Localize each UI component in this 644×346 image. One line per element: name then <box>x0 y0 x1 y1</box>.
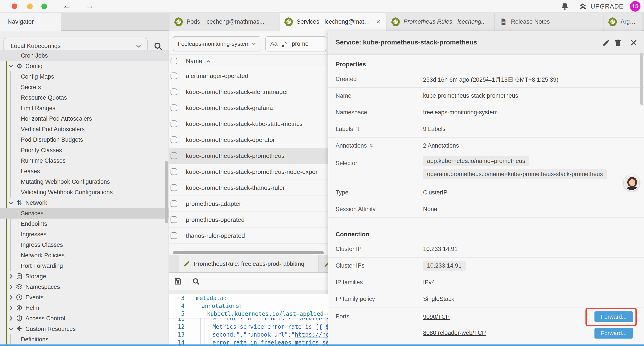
sidebar-scrollbar[interactable] <box>165 161 168 223</box>
close-tab-icon[interactable]: × <box>375 17 382 26</box>
table-row-kube-prometheus-stack-kube-state-metrics[interactable]: kube-prometheus-stack-kube-state-metrics <box>169 116 328 132</box>
tab-services-icecheng-math[interactable]: Services - icecheng@math...× <box>280 13 386 31</box>
upgrade-button[interactable]: UPGRADE <box>578 1 624 11</box>
row-checkbox[interactable] <box>170 136 177 143</box>
notification-count-badge[interactable]: 15 <box>630 1 640 11</box>
notifications-bell-icon[interactable] <box>560 2 570 11</box>
table-row-kube-prometheus-stack-grafana[interactable]: kube-prometheus-stack-grafana <box>169 100 328 116</box>
sidebar-item-mutating-webhook-configurations[interactable]: Mutating Webhook Configurations <box>0 177 168 187</box>
sidebar-item-network[interactable]: ⇅Network <box>0 198 168 208</box>
row-checkbox[interactable] <box>170 200 177 207</box>
chevron-down-icon[interactable] <box>8 326 14 332</box>
select-all-checkbox[interactable] <box>170 58 177 64</box>
table-row-prometheus-operated[interactable]: prometheus-operated <box>169 212 328 228</box>
chevron-right-icon[interactable] <box>8 284 14 290</box>
sidebar-item-storage[interactable]: Storage <box>0 271 168 282</box>
sidebar-search-icon[interactable] <box>154 42 163 51</box>
zoom-window-button[interactable] <box>42 3 47 9</box>
sidebar-item-ingresses[interactable]: Ingresses <box>0 229 168 240</box>
chevron-right-icon[interactable] <box>8 305 14 311</box>
sidebar-item-cron-jobs[interactable]: Cron Jobs <box>0 50 168 61</box>
chevron-right-icon[interactable] <box>8 294 14 301</box>
sidebar-item-vertical-pod-autoscalers[interactable]: Vertical Pod Autoscalers <box>0 124 168 134</box>
sidebar-item-events[interactable]: Events <box>0 292 168 303</box>
forward-button[interactable]: Forward... <box>594 328 633 339</box>
row-checkbox[interactable] <box>170 88 177 95</box>
row-checkbox[interactable] <box>170 184 177 191</box>
table-row-prometheus-adapter[interactable]: prometheus-adapter <box>169 196 328 212</box>
tab-pods-icecheng-mathmas[interactable]: Pods - icecheng@mathmas... <box>170 13 280 31</box>
sidebar-item-config[interactable]: ⚙Config <box>0 61 168 71</box>
close-window-button[interactable] <box>12 3 17 9</box>
kubernetes-icon <box>284 17 293 26</box>
row-checkbox[interactable] <box>170 168 177 175</box>
sort-arrows-icon[interactable]: ⇅ <box>370 143 374 149</box>
table-row-kube-prometheus-stack-prometheus-node-expor[interactable]: kube-prometheus-stack-prometheus-node-ex… <box>169 164 328 180</box>
sidebar-item-secrets[interactable]: Secrets <box>0 82 168 92</box>
horizontal-scrollbar[interactable] <box>173 251 324 254</box>
match-case-toggle[interactable]: Aa <box>270 40 278 47</box>
row-checkbox[interactable] <box>170 232 177 239</box>
table-row-kube-prometheus-stack-alertmanager[interactable]: kube-prometheus-stack-alertmanager <box>169 84 328 100</box>
sort-ascending-icon[interactable] <box>206 59 211 64</box>
sidebar-item-priority-classes[interactable]: Priority Classes <box>0 145 168 155</box>
table-row-thanos-ruler-operated[interactable]: thanos-ruler-operated <box>169 228 328 244</box>
table-row-kube-prometheus-stack-prometheus[interactable]: kube-prometheus-stack-prometheus <box>169 148 328 164</box>
row-checkbox[interactable] <box>170 120 177 127</box>
sidebar-item-custom-resources[interactable]: Custom Resources <box>0 324 168 334</box>
sidebar-item-services[interactable]: Services <box>0 208 168 219</box>
delete-trash-icon[interactable] <box>614 38 622 47</box>
tab-release-notes[interactable]: Release Notes <box>495 13 604 31</box>
port-link[interactable]: 9090/TCP <box>423 314 450 320</box>
chevron-down-icon[interactable] <box>8 200 14 206</box>
sidebar-item-limit-ranges[interactable]: Limit Ranges <box>0 103 168 113</box>
editor-search-icon[interactable] <box>192 278 200 285</box>
tab-argo-se[interactable]: Argo Se <box>604 13 642 31</box>
table-row-kube-prometheus-stack-operator[interactable]: kube-prometheus-stack-operator <box>169 132 328 148</box>
tab-navigator[interactable]: Navigator <box>0 13 62 31</box>
namespace-selector[interactable]: freeleaps-monitoring-system <box>173 36 260 51</box>
forward-button[interactable]: → <box>86 1 94 11</box>
close-panel-icon[interactable] <box>630 38 638 47</box>
sidebar-item-access-control[interactable]: Access Control <box>0 313 168 324</box>
sidebar-item-horizontal-pod-autoscalers[interactable]: Horizontal Pod Autoscalers <box>0 113 168 124</box>
sidebar-item-validating-webhook-configurations[interactable]: Validating Webhook Configurations <box>0 187 168 198</box>
sidebar-item-pod-disruption-budgets[interactable]: Pod Disruption Budgets <box>0 134 168 145</box>
sidebar-item-network-policies[interactable]: Network Policies <box>0 250 168 261</box>
sidebar-item-namespaces[interactable]: Namespaces <box>0 282 168 292</box>
sort-arrows-icon[interactable]: ⇅ <box>356 126 360 132</box>
sidebar-item-resource-quotas[interactable]: Resource Quotas <box>0 92 168 103</box>
chevron-right-icon[interactable] <box>8 273 14 280</box>
save-icon[interactable] <box>174 277 182 286</box>
chevron-right-icon[interactable] <box>8 315 14 322</box>
tab-prometheus-rules-icecheng[interactable]: Prometheus Rules - icecheng... <box>386 13 495 31</box>
edit-pencil-icon[interactable] <box>602 38 610 47</box>
sidebar-item-leases[interactable]: Leases <box>0 166 168 177</box>
minimize-window-button[interactable] <box>27 3 33 9</box>
sidebar-item-ingress-classes[interactable]: Ingress Classes <box>0 240 168 250</box>
port-link[interactable]: 8080:reloader-web/TCP <box>423 330 486 336</box>
filter-input[interactable]: Aa * prome <box>266 36 326 51</box>
tab-label: Services - icecheng@math... <box>296 18 372 25</box>
name-column-header[interactable]: Name <box>186 58 202 65</box>
back-button[interactable]: ← <box>62 1 71 11</box>
regex-toggle[interactable]: * <box>282 40 287 47</box>
table-row-kube-prometheus-stack-thanos-ruler[interactable]: kube-prometheus-stack-thanos-ruler <box>169 180 328 196</box>
row-checkbox[interactable] <box>170 216 177 223</box>
avatar[interactable] <box>624 175 640 191</box>
chevron-down-icon[interactable] <box>8 63 14 69</box>
table-row-alertmanager-operated[interactable]: alertmanager-operated <box>169 68 328 84</box>
row-checkbox[interactable] <box>170 104 177 111</box>
row-checkbox[interactable] <box>170 152 177 159</box>
detail-value-link[interactable]: freeleaps-monitoring-system <box>423 109 498 116</box>
sidebar-item-endpoints[interactable]: Endpoints <box>0 219 168 229</box>
sidebar-item-definitions[interactable]: Definitions <box>0 334 168 345</box>
sidebar-item-runtime-classes[interactable]: Runtime Classes <box>0 155 168 166</box>
sidebar-item-port-forwarding[interactable]: Port Forwarding <box>0 261 168 271</box>
sidebar-item-config-maps[interactable]: Config Maps <box>0 71 168 82</box>
row-checkbox[interactable] <box>170 72 177 79</box>
editor-tab-prometheusrule[interactable]: PrometheusRule: freeleaps-prod-rabbitmq <box>179 255 318 272</box>
sidebar-item-helm[interactable]: Helm <box>0 303 168 313</box>
yaml-editor[interactable]: 3metadata:4annotations:5kubectl.kubernet… <box>169 294 328 346</box>
detail-scrollbar[interactable] <box>640 52 643 105</box>
